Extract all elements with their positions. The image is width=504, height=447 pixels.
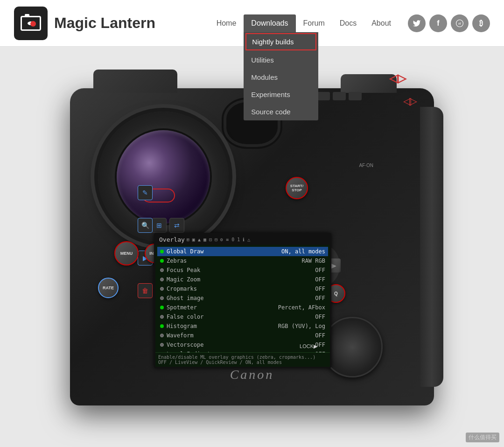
lcd-row-value: OFF — [315, 276, 325, 283]
lcd-row-dot — [160, 334, 164, 337]
lcd-row[interactable]: Focus PeakOFF — [157, 265, 328, 275]
logo-box — [14, 7, 48, 40]
camera-top-right-bump — [341, 74, 397, 93]
lcd-row-label: Spotmeter — [167, 304, 278, 311]
lcd-row-value: RAW RGB — [301, 258, 325, 264]
nav-forum[interactable]: Forum — [296, 14, 332, 32]
facebook-icon[interactable]: f — [429, 14, 447, 32]
camera-grip — [420, 107, 443, 387]
lcd-row-value: RGB (YUV), Log — [278, 323, 325, 329]
lcd-row-dot — [160, 278, 164, 281]
red-dot — [30, 21, 36, 27]
lcd-footer: Enable/disable ML overlay graphics (zebr… — [155, 352, 330, 367]
lcd-row-dot — [160, 306, 164, 309]
lcd-row-label: Global Draw — [167, 248, 281, 255]
svg-text:r/: r/ — [458, 21, 461, 26]
nav-docs[interactable]: Docs — [332, 14, 364, 32]
lcd-footer-line2: OFF / LiveView / QuickReview / ON, all m… — [158, 360, 327, 365]
top-btn-3[interactable] — [333, 92, 346, 100]
search-icon-btn[interactable]: 🔍 — [138, 218, 153, 233]
lcd-row[interactable]: WaveformOFF — [157, 331, 328, 340]
downloads-dropdown: Nightly builds Utilities Modules Experim… — [244, 32, 318, 120]
panel-icon-transfer[interactable]: ⇄ — [169, 218, 184, 233]
lcd-row-label: Magic Zoom — [167, 276, 315, 283]
lcd-row-dot — [160, 287, 164, 291]
panel-icon-grid[interactable]: ⊞ — [152, 218, 167, 233]
lcd-row-label: Zebras — [167, 258, 301, 264]
afon-label: AF·ON — [359, 163, 373, 168]
lcd-title: Overlay — [159, 236, 185, 243]
scroll-arrows-indicator: ◁▷ — [403, 95, 415, 107]
nav-downloads-button[interactable]: Downloads — [244, 14, 295, 32]
lcd-row-label: Focus Peak — [167, 267, 315, 273]
lcd-row[interactable]: Global DrawON, all modes — [157, 247, 328, 256]
lcd-title-bar: Overlay ⊞ ▣ ▲ ▦ ⊡ ⊟ ⚙ ≡ 0 1 ℹ △ — [155, 234, 330, 245]
twitter-icon[interactable] — [408, 14, 426, 32]
lcd-row[interactable]: SpotmeterPercent, AFbox — [157, 303, 328, 312]
lcd-row-value: OFF — [315, 286, 325, 292]
dropdown-modules[interactable]: Modules — [244, 69, 318, 86]
logo-area: Magic Lantern — [14, 7, 155, 40]
lcd-row-value: OFF — [315, 332, 325, 339]
lcd-row[interactable]: False colorOFF — [157, 312, 328, 321]
lcd-row-label: False color — [167, 314, 315, 320]
lcd-row-value: ON, all modes — [281, 248, 325, 255]
lcd-row[interactable]: Ghost imageOFF — [157, 293, 328, 303]
dropdown-source-code[interactable]: Source code — [244, 103, 318, 120]
top-btn-4[interactable] — [349, 92, 362, 100]
lcd-row-dot — [160, 259, 164, 263]
lcd-row-dot — [160, 343, 164, 347]
rate-button[interactable]: RATE — [98, 278, 119, 298]
lcd-row-dot — [160, 250, 164, 253]
lcd-row-dot — [160, 324, 164, 328]
lcd-row[interactable]: CropmarksOFF — [157, 284, 328, 293]
start-stop-button[interactable]: START/ STOP — [286, 177, 308, 199]
lock-label: LOCK▶ — [300, 343, 317, 349]
lcd-row-label: Ghost image — [167, 295, 315, 301]
lcd-row[interactable]: ZebrasRAW RGB — [157, 256, 328, 265]
lcd-row-label: Cropmarks — [167, 286, 315, 292]
camera-top-bump — [93, 70, 177, 93]
header: Magic Lantern Home Downloads Nightly bui… — [0, 0, 504, 47]
canon-label: Canon — [230, 367, 274, 382]
lcd-row-value: OFF — [315, 295, 325, 301]
edit-icon-btn[interactable]: ✎ — [138, 185, 153, 200]
trash-icon-btn[interactable]: 🗑 — [138, 283, 153, 298]
lcd-footer-line1: Enable/disable ML overlay graphics (zebr… — [158, 355, 327, 360]
lcd-row-dot — [160, 268, 164, 272]
top-scroll-arrows: ◁▷ — [389, 72, 406, 85]
reddit-icon[interactable]: r/ — [451, 14, 469, 32]
dropdown-experiments[interactable]: Experiments — [244, 86, 318, 103]
social-icons: f r/ ₿ — [408, 14, 490, 32]
dropdown-utilities[interactable]: Utilities — [244, 51, 318, 69]
lcd-row-label: Waveform — [167, 332, 315, 339]
watermark: 什么值得买 — [466, 433, 499, 442]
lens-inner — [117, 130, 210, 224]
lcd-row-value: OFF — [315, 314, 325, 320]
lcd-row-value: OFF — [315, 267, 325, 273]
lcd-title-icons: ⊞ ▣ ▲ ▦ ⊡ ⊟ ⚙ ≡ 0 1 ℹ △ — [187, 237, 250, 242]
lcd-row-label: Vectorscope — [167, 342, 315, 348]
lcd-row-dot — [160, 296, 164, 300]
dropdown-nightly-builds[interactable]: Nightly builds — [245, 33, 316, 50]
lcd-row-dot — [160, 315, 164, 319]
camera-icon — [21, 16, 41, 31]
camera-body: ◁▷ AF·ON ⊞ ⇄ ✎ 🔍 ▶ 🗑 MENU INFO — [70, 88, 434, 405]
site-title: Magic Lantern — [54, 14, 155, 32]
main-nav: Home Downloads Nightly builds Utilities … — [209, 14, 399, 32]
bitcoin-icon[interactable]: ₿ — [472, 14, 490, 32]
top-btn-2[interactable] — [317, 92, 330, 100]
nav-about[interactable]: About — [364, 14, 399, 32]
menu-button[interactable]: MENU — [114, 241, 139, 265]
lcd-row-value: Percent, AFbox — [278, 304, 325, 311]
lcd-row[interactable]: HistogramRGB (YUV), Log — [157, 321, 328, 331]
lcd-row[interactable]: Magic ZoomOFF — [157, 275, 328, 284]
lcd-row-label: Histogram — [167, 323, 278, 329]
panel-icons: ⊞ ⇄ — [152, 218, 184, 233]
nav-home[interactable]: Home — [209, 14, 244, 32]
nav-downloads-wrapper: Downloads Nightly builds Utilities Modul… — [244, 14, 295, 32]
